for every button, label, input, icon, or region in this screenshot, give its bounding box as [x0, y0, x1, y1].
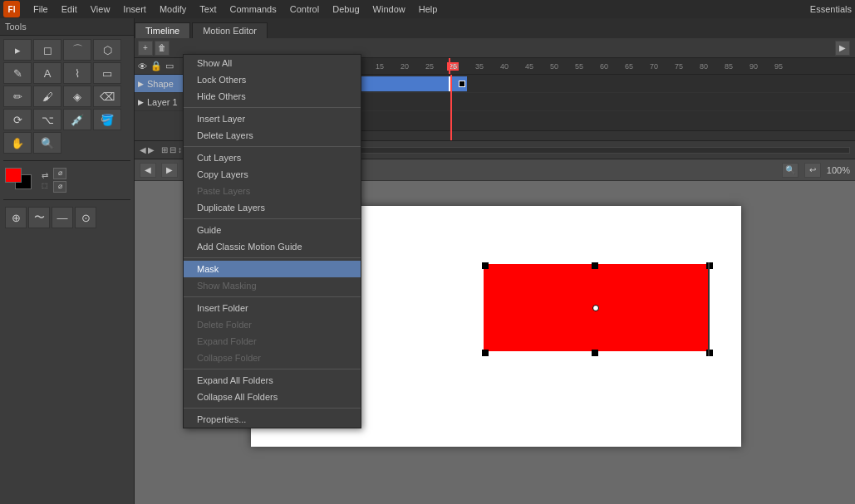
handle-bm[interactable]	[592, 350, 598, 356]
tool-bucket[interactable]: 🪣	[93, 109, 121, 130]
tool-zoom[interactable]: 🔍	[33, 132, 61, 154]
tool-orient[interactable]: ⊙	[75, 207, 96, 228]
ctx-copy-layers[interactable]: Copy Layers	[184, 166, 361, 183]
ctx-mask[interactable]: Mask	[184, 261, 361, 277]
timeline-tabs: Timeline Motion Editor	[135, 18, 855, 38]
layer1-frame-row	[301, 93, 855, 111]
canvas-nav-back[interactable]: ◀	[140, 163, 156, 178]
zoom-icon[interactable]: 🔍	[782, 163, 798, 178]
menu-modify[interactable]: Modify	[153, 2, 193, 16]
ctx-paste-layers: Paste Layers	[184, 183, 361, 199]
playhead-frames	[450, 75, 452, 140]
tools-grid: ▸ ◻ ⌒ ⬡ ✎ A ⌇ ▭ ✏ 🖌 ◈ ⌫ ⟳ ⌥ 💉 🪣 ✋ 🔍	[0, 36, 134, 157]
default-colors[interactable]: ⬚	[42, 182, 48, 189]
eye-icon: 👁	[138, 61, 147, 71]
tool-pen[interactable]: ✎	[3, 62, 32, 84]
handle-tl[interactable]	[482, 262, 489, 269]
ctx-delete-folder: Delete Folder	[184, 316, 361, 333]
tool-blank1	[63, 132, 91, 154]
ctx-hide-others[interactable]: Hide Others	[184, 88, 361, 105]
menu-control[interactable]: Control	[283, 2, 326, 16]
ctx-sep-1	[184, 107, 361, 108]
menu-debug[interactable]: Debug	[326, 2, 366, 16]
red-rectangle[interactable]	[484, 264, 708, 351]
ctx-collapse-folder: Collapse Folder	[184, 350, 361, 366]
ctx-sep-2	[184, 146, 361, 147]
frames-area	[301, 75, 855, 140]
ctx-insert-layer[interactable]: Insert Layer	[184, 110, 361, 127]
menu-view[interactable]: View	[84, 2, 117, 16]
tab-motion-editor[interactable]: Motion Editor	[192, 22, 268, 38]
color-section: ⇄ ⬚ ⌀ ⌀	[0, 164, 134, 196]
menu-edit[interactable]: Edit	[55, 2, 84, 16]
tl-delete-layer[interactable]: 🗑	[155, 41, 170, 56]
tool-eyedrop[interactable]: 💉	[63, 109, 91, 130]
ctx-show-all[interactable]: Show All	[184, 55, 361, 71]
menu-commands[interactable]: Commands	[223, 2, 283, 16]
tool-subselect[interactable]: ◻	[33, 39, 61, 61]
tool-paint[interactable]: ◈	[63, 86, 91, 107]
menu-file[interactable]: File	[27, 2, 55, 16]
tools-divider2	[3, 199, 130, 200]
menu-insert[interactable]: Insert	[116, 2, 153, 16]
tool-rotate[interactable]: ⟳	[3, 109, 32, 130]
fill-color[interactable]	[5, 168, 22, 183]
context-menu: Show All Lock Others Hide Others Insert …	[183, 54, 361, 428]
handle-tm[interactable]	[592, 262, 598, 269]
tool-snap[interactable]: ⊕	[5, 207, 27, 228]
ctx-guide[interactable]: Guide	[184, 222, 361, 238]
ctx-lock-others[interactable]: Lock Others	[184, 71, 361, 88]
tl-nav-back[interactable]: ◀	[140, 145, 146, 154]
ctx-duplicate-layers[interactable]: Duplicate Layers	[184, 199, 361, 216]
ctx-expand-folder: Expand Folder	[184, 333, 361, 350]
tool-poly[interactable]: ⬡	[93, 39, 121, 61]
tool-lasso[interactable]: ⌒	[63, 39, 91, 61]
tool-smooth[interactable]: 〜	[28, 207, 50, 228]
tool-eraser[interactable]: ⌫	[93, 86, 121, 107]
tl-frames-ruler: 1 5 10 15 20 25 26 30 35 40 45 50 55 60 …	[301, 58, 855, 74]
ctx-sep-3	[184, 218, 361, 219]
frames-hscrollbar[interactable]	[301, 130, 855, 140]
handle-bl[interactable]	[482, 350, 489, 356]
tool-straighten[interactable]: —	[52, 207, 73, 228]
tl-new-layer[interactable]: +	[138, 41, 153, 56]
frame-icon: ▭	[165, 61, 174, 71]
tl-nav-buttons: ◀ ▶	[140, 145, 155, 154]
tool-hand[interactable]: ✋	[3, 132, 32, 154]
ctx-sep-6	[184, 369, 361, 369]
tool-select[interactable]: ▸	[3, 39, 32, 61]
ctx-add-motion-guide[interactable]: Add Classic Motion Guide	[184, 238, 361, 255]
tool-brush[interactable]: 🖌	[33, 86, 61, 107]
tools-divider	[3, 160, 130, 161]
tab-timeline[interactable]: Timeline	[135, 22, 190, 38]
ctx-delete-layers[interactable]: Delete Layers	[184, 127, 361, 144]
selection-right-edge	[708, 262, 710, 356]
swap-colors[interactable]: ⇄	[42, 171, 48, 180]
ctx-sep-4	[184, 257, 361, 258]
menu-window[interactable]: Window	[366, 2, 412, 16]
tl-nav-forward[interactable]: ▶	[148, 145, 155, 154]
no-stroke[interactable]: ⌀	[53, 168, 66, 179]
canvas-rotate-cw[interactable]: ↩	[804, 163, 821, 178]
canvas-nav-forward[interactable]: ▶	[161, 163, 178, 178]
ctx-cut-layers[interactable]: Cut Layers	[184, 149, 361, 166]
tl-play[interactable]: ▶	[835, 41, 850, 56]
tool-camera[interactable]: ⌥	[33, 109, 61, 130]
ctx-collapse-all[interactable]: Collapse All Folders	[184, 389, 361, 405]
zoom-level: 100%	[827, 164, 850, 174]
ctx-sep-5	[184, 296, 361, 297]
tool-pencil[interactable]: ✏	[3, 86, 32, 107]
app-icon: Fl	[3, 1, 20, 17]
canvas-zoom-label: 🔍 ↩ 100%	[782, 163, 850, 178]
tl-layer-icons: ⊞ ⊟ ↕	[161, 145, 182, 154]
tool-line[interactable]: ⌇	[63, 62, 91, 84]
ctx-expand-all[interactable]: Expand All Folders	[184, 372, 361, 389]
menu-help[interactable]: Help	[412, 2, 445, 16]
tool-rect[interactable]: ▭	[93, 62, 121, 84]
no-fill[interactable]: ⌀	[53, 181, 66, 193]
ctx-show-masking: Show Masking	[184, 277, 361, 294]
ctx-insert-folder[interactable]: Insert Folder	[184, 300, 361, 316]
ctx-properties[interactable]: Properties...	[184, 411, 361, 428]
tool-text[interactable]: A	[33, 62, 61, 84]
menu-text[interactable]: Text	[193, 2, 223, 16]
